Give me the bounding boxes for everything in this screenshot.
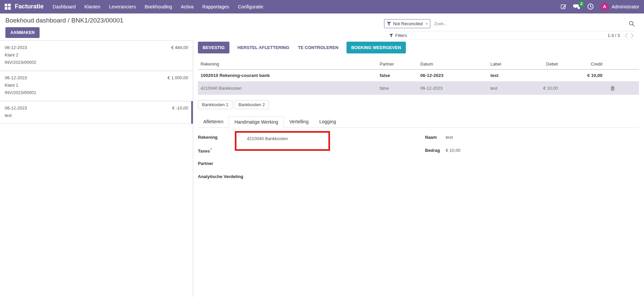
row-partner: false	[380, 86, 420, 91]
pager-range: 1-3 / 3	[607, 33, 620, 38]
row-debit: € 10,00	[521, 86, 561, 91]
row-account: 4210040 Bankkosten	[198, 86, 380, 91]
row-date: 06-12-2023	[420, 73, 490, 78]
account-field-highlighted[interactable]: 4210040 Bankkosten	[235, 131, 330, 151]
txn-partner: Klant 2	[5, 52, 188, 58]
next-page-button[interactable]	[630, 33, 635, 39]
txn-ref: INV/2023/00001	[5, 89, 188, 96]
col-credit: Credit	[561, 61, 606, 67]
name-label: Naam	[425, 135, 446, 147]
quick-add-bankkosten-2[interactable]: Bankkosten 2	[234, 100, 269, 109]
tab-vertelling[interactable]: Vertelling	[284, 116, 314, 127]
txn-amount: € 484,00	[171, 44, 188, 51]
analytic-distribution-label: Analytische Verdeling	[198, 174, 235, 186]
filters-toggle[interactable]: Filters	[389, 33, 407, 38]
col-partner: Partner	[380, 61, 420, 67]
avatar: A	[600, 2, 609, 11]
txn-partner: Klant 1	[5, 82, 188, 88]
txn-date: 06-12-2023	[5, 44, 188, 51]
nav-item-rapportages[interactable]: Rapportages	[198, 0, 233, 13]
row-label: test	[490, 86, 521, 91]
manual-operation-form: 4210040 Bankkosten Rekening Taxes? Partn…	[198, 134, 639, 186]
message-count-badge: 2	[579, 1, 584, 6]
prev-page-button[interactable]	[624, 33, 629, 39]
breadcrumb: Boekhoud dashboard / BNK1/2023/00001	[5, 17, 379, 24]
nav-item-boekhouding[interactable]: Boekhouding	[140, 0, 176, 13]
app-brand[interactable]: Facturatie	[15, 3, 44, 10]
partner-label: Partner	[198, 161, 235, 173]
nav-item-activa[interactable]: Activa	[176, 0, 198, 13]
apps-grid-icon[interactable]	[5, 4, 11, 10]
statement-line[interactable]: 06-12-2023 Klant 1 INV/2023/00001 € 1.00…	[0, 71, 193, 101]
tab-handmatige-werking[interactable]: Handmatige Werking	[229, 116, 284, 128]
create-button[interactable]: AANMAKEN	[5, 27, 40, 38]
reconcile-widget: BEVESTIG HERSTEL AFLETTERING TE CONTROLE…	[193, 40, 644, 297]
col-label: Label	[490, 61, 521, 67]
tab-logging[interactable]: Logging	[314, 116, 341, 127]
facet-label: Not Reconciled	[393, 21, 423, 26]
messages-icon[interactable]: 2	[573, 4, 581, 10]
row-credit: € 10,00	[561, 73, 606, 78]
row-account: 1002010 Rekening-courant bank	[198, 73, 380, 78]
tab-afletteren[interactable]: Afletteren	[198, 116, 229, 127]
filter-funnel-icon	[384, 22, 393, 26]
statement-line-selected[interactable]: 06-12-2023 test € -10,00	[0, 101, 193, 124]
view-entry-button[interactable]: BOEKING WEERGEVEN	[346, 42, 406, 53]
user-name: Administrator	[612, 4, 639, 9]
account-field-value: 4210040 Bankkosten	[247, 136, 328, 141]
statement-lines-panel: 06-12-2023 Klant 2 INV/2023/00002 € 484,…	[0, 40, 193, 297]
notebook-tabs: Afletteren Handmatige Werking Vertelling…	[198, 116, 639, 128]
control-panel: Boekhoud dashboard / BNK1/2023/00001 AAN…	[0, 13, 644, 40]
search-facet: Not Reconciled ×	[384, 19, 430, 28]
statement-line[interactable]: 06-12-2023 Klant 2 INV/2023/00002 € 484,…	[0, 40, 193, 71]
row-date: 06-12-2023	[420, 86, 490, 91]
txn-date: 06-12-2023	[5, 75, 188, 81]
nav-item-leveranciers[interactable]: Leveranciers	[105, 0, 140, 13]
txn-amount: € 1.000,00	[168, 75, 188, 81]
table-row[interactable]: 1002010 Rekening-courant bank false 06-1…	[198, 70, 639, 81]
search-icon[interactable]	[629, 21, 635, 27]
to-check-button[interactable]: TE CONTROLEREN	[297, 42, 339, 53]
breadcrumb-parent[interactable]: Boekhoud dashboard	[5, 17, 66, 24]
row-label: test	[490, 73, 521, 78]
txn-date: 06-12-2023	[5, 105, 188, 111]
breadcrumb-separator: /	[68, 17, 69, 24]
table-row-proposition[interactable]: 4210040 Bankkosten false 06-12-2023 test…	[198, 81, 639, 95]
filters-funnel-icon	[389, 34, 393, 37]
col-debet: Debet	[521, 61, 561, 67]
amount-label: Bedrag	[425, 148, 446, 160]
nav-item-configuratie[interactable]: Configuratie	[233, 0, 268, 13]
taxes-label: Taxes?	[198, 148, 235, 160]
filters-label: Filters	[395, 33, 407, 38]
account-label: Rekening	[198, 135, 235, 147]
col-rekening: Rekening	[198, 61, 380, 67]
col-datum: Datum	[420, 61, 490, 67]
activities-clock-icon[interactable]	[587, 3, 594, 10]
txn-ref: INV/2023/00002	[5, 59, 188, 66]
nav-item-dashboard[interactable]: Dashboard	[48, 0, 80, 13]
row-partner: false	[380, 73, 420, 78]
top-navbar: Facturatie Dashboard Klanten Leverancier…	[0, 0, 644, 13]
undo-reconciliation-button[interactable]: HERSTEL AFLETTERING	[237, 42, 290, 53]
validate-button[interactable]: BEVESTIG	[198, 42, 229, 53]
taxes-help-icon: ?	[210, 148, 212, 152]
breadcrumb-current: BNK1/2023/00001	[71, 17, 123, 24]
filters-row: Filters 1-3 / 3	[384, 31, 635, 40]
txn-partner: test	[5, 112, 188, 119]
name-field[interactable]: test	[446, 135, 453, 147]
move-lines-table: Rekening Partner Datum Label Debet Credi…	[198, 61, 639, 95]
txn-amount: € -10,00	[172, 105, 188, 111]
delete-line-icon[interactable]	[610, 86, 639, 91]
facet-remove-icon[interactable]: ×	[423, 22, 430, 26]
search-bar: Not Reconciled ×	[384, 16, 635, 31]
amount-field[interactable]: € 10,00	[446, 148, 460, 160]
user-menu[interactable]: A Administrator	[600, 2, 639, 11]
edit-note-icon[interactable]	[561, 4, 567, 9]
search-input[interactable]	[434, 21, 629, 26]
quick-add-bankkosten-1[interactable]: Bankkosten 1	[198, 100, 232, 109]
nav-item-klanten[interactable]: Klanten	[80, 0, 105, 13]
table-header: Rekening Partner Datum Label Debet Credi…	[198, 61, 639, 70]
